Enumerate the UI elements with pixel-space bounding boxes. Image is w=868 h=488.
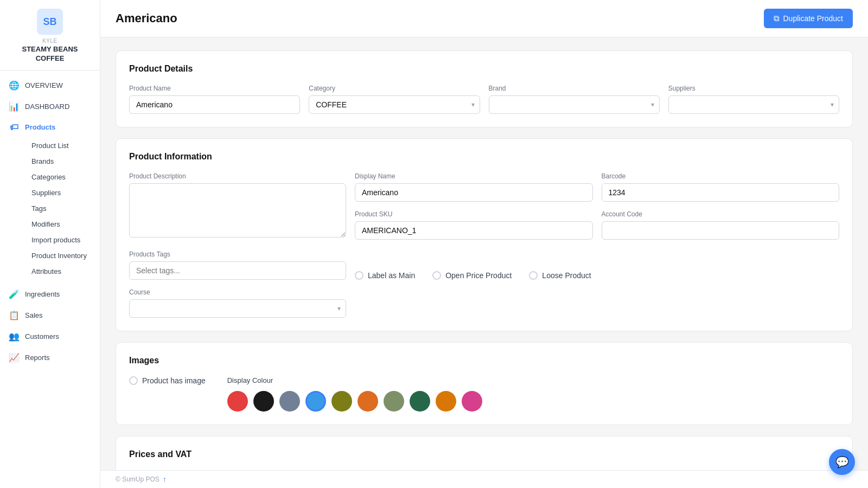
open-price-radio[interactable] (432, 271, 441, 280)
sidebar-item-categories[interactable]: Categories (25, 169, 100, 185)
suppliers-group: Suppliers (668, 85, 839, 114)
color-swatch-dark-green[interactable] (410, 391, 430, 412)
sidebar-item-ingredients[interactable]: 🧪 Ingredients (0, 284, 100, 305)
sku-input[interactable] (355, 221, 593, 240)
open-price-option[interactable]: Open Price Product (432, 271, 512, 280)
course-label: Course (129, 288, 346, 296)
display-name-input[interactable] (355, 183, 593, 202)
color-swatch-red[interactable] (227, 391, 248, 412)
account-code-input[interactable] (602, 221, 840, 240)
category-select[interactable]: COFFEE (309, 95, 480, 114)
brand-select[interactable] (489, 95, 660, 114)
product-info-main-row: Product Description Display Name Barcode (129, 172, 839, 240)
sidebar-item-suppliers[interactable]: Suppliers (25, 185, 100, 201)
sku-account-row: Product SKU Account Code (355, 210, 839, 240)
page-title: Americano (116, 11, 177, 25)
sku-group: Product SKU (355, 210, 593, 240)
color-swatch-sage[interactable] (384, 391, 404, 412)
customers-icon: 👥 (9, 331, 20, 342)
label-as-main-label: Label as Main (368, 271, 415, 280)
sidebar-item-customers[interactable]: 👥 Customers (0, 326, 100, 347)
loose-product-option[interactable]: Loose Product (529, 271, 591, 280)
product-details-form-row: Product Name Category COFFEE Brand (129, 85, 839, 114)
course-group: Course (129, 288, 346, 318)
tags-label: Products Tags (129, 251, 346, 258)
sidebar-item-import-products[interactable]: Import products (25, 232, 100, 248)
images-title: Images (129, 356, 839, 365)
sidebar-item-reports[interactable]: 📈 Reports (0, 347, 100, 368)
product-name-group: Product Name (129, 85, 300, 114)
color-swatch-blue[interactable] (305, 391, 326, 412)
course-select[interactable] (129, 299, 346, 318)
open-price-label: Open Price Product (445, 271, 512, 280)
course-select-wrapper (129, 299, 346, 318)
account-code-group: Account Code (602, 210, 840, 240)
prices-vat-card: Prices and VAT (116, 436, 853, 470)
tags-input[interactable] (129, 261, 346, 280)
sidebar: SB KYLE STEAMY BEANS COFFEE 🌐 OVERVIEW 📊… (0, 0, 100, 488)
category-select-wrapper: COFFEE (309, 95, 480, 114)
sidebar-item-product-inventory[interactable]: Product Inventory (25, 248, 100, 264)
sidebar-item-dashboard[interactable]: 📊 DASHBOARD (0, 96, 100, 117)
product-name-label: Product Name (129, 85, 300, 92)
suppliers-select[interactable] (668, 95, 839, 114)
sidebar-item-product-list[interactable]: Product List (25, 138, 100, 153)
sidebar-item-brands[interactable]: Brands (25, 153, 100, 169)
main-content: Americano ⧉ Duplicate Product Product De… (100, 0, 868, 488)
logo-box: SB (37, 9, 63, 35)
images-card: Images Product has image Display Colour (116, 342, 853, 425)
duplicate-product-button[interactable]: ⧉ Duplicate Product (764, 9, 853, 28)
prices-vat-title: Prices and VAT (129, 450, 839, 459)
product-name-input[interactable] (129, 95, 300, 114)
globe-icon: 🌐 (9, 80, 20, 91)
description-textarea[interactable] (129, 183, 346, 237)
loose-product-radio[interactable] (529, 271, 538, 280)
label-as-main-option[interactable]: Label as Main (355, 271, 415, 280)
scroll-up-icon[interactable]: ↑ (163, 475, 167, 484)
product-details-title: Product Details (129, 64, 839, 74)
sidebar-item-products[interactable]: 🏷 Products (0, 117, 100, 138)
barcode-input[interactable] (602, 183, 840, 202)
color-swatch-amber[interactable] (436, 391, 456, 412)
color-swatch-pink[interactable] (462, 391, 482, 412)
color-swatch-olive[interactable] (331, 391, 352, 412)
suppliers-select-wrapper (668, 95, 839, 114)
ingredients-icon: 🧪 (9, 289, 20, 299)
description-label: Product Description (129, 172, 346, 180)
copyright-text: © SumUp POS (116, 476, 159, 483)
sidebar-item-modifiers[interactable]: Modifiers (25, 216, 100, 232)
has-image-label: Product has image (142, 376, 206, 385)
has-image-radio[interactable] (129, 376, 138, 385)
product-options-row: Label as Main Open Price Product Loose P… (355, 271, 591, 280)
has-image-option[interactable]: Product has image (129, 376, 206, 385)
sidebar-item-overview[interactable]: 🌐 OVERVIEW (0, 75, 100, 96)
sidebar-item-dashboard-label: DASHBOARD (25, 102, 69, 111)
duplicate-button-label: Duplicate Product (783, 14, 843, 23)
brand-group: Brand (489, 85, 660, 114)
display-colour-label: Display Colour (227, 376, 839, 384)
sidebar-item-sales[interactable]: 📋 Sales (0, 305, 100, 326)
product-info-right: Display Name Barcode Product SKU (355, 172, 839, 240)
sku-label: Product SKU (355, 210, 593, 218)
color-swatch-orange-red[interactable] (358, 391, 378, 412)
color-swatch-black[interactable] (253, 391, 274, 412)
sidebar-item-customers-label: Customers (25, 332, 59, 341)
content-area: Product Details Product Name Category CO… (100, 37, 868, 470)
chat-button[interactable]: 💬 (829, 449, 855, 475)
products-submenu: Product List Brands Categories Suppliers… (0, 138, 100, 279)
color-swatch-gray[interactable] (279, 391, 300, 412)
sidebar-item-attributes[interactable]: Attributes (25, 264, 100, 279)
color-section: Display Colour (227, 376, 839, 412)
sidebar-item-tags[interactable]: Tags (25, 201, 100, 216)
tag-icon: 🏷 (9, 123, 20, 132)
color-swatches (227, 391, 839, 412)
barcode-label: Barcode (602, 172, 840, 180)
tags-group: Products Tags (129, 251, 346, 280)
sidebar-item-overview-label: OVERVIEW (25, 81, 63, 89)
account-code-label: Account Code (602, 210, 840, 218)
course-row: Course (129, 288, 839, 318)
label-as-main-radio[interactable] (355, 271, 363, 280)
sidebar-item-sales-label: Sales (25, 311, 43, 319)
display-barcode-row: Display Name Barcode (355, 172, 839, 202)
sales-icon: 📋 (9, 310, 20, 320)
